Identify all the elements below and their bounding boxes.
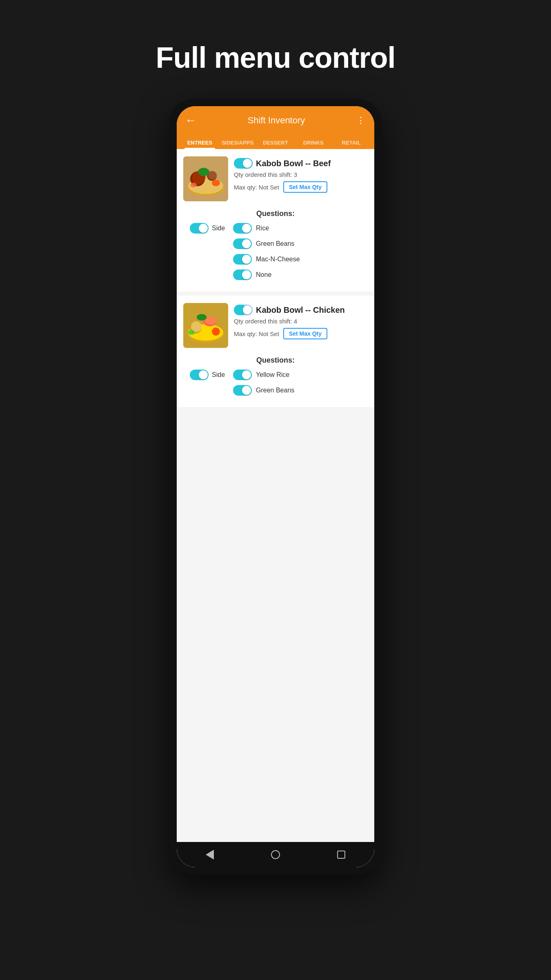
option-label-rice: Rice <box>256 225 269 232</box>
options-col-chicken: Yellow Rice Green Beans <box>233 370 294 396</box>
home-circle-icon <box>271 850 280 859</box>
questions-section-chicken: Questions: Side Yellow Rice <box>183 352 368 400</box>
option-label-none: None <box>256 271 271 278</box>
questions-columns-chicken: Side Yellow Rice Green Beans <box>190 370 361 396</box>
qty-ordered-chicken: Qty ordered this shift: 4 <box>234 318 368 325</box>
menu-item-image-chicken <box>183 303 228 348</box>
option-toggle-rice[interactable] <box>233 223 252 234</box>
side-label-beef: Side <box>212 225 225 232</box>
menu-item-header: Kabob Bowl -- Beef Qty ordered this shif… <box>183 156 368 201</box>
option-row: Yellow Rice <box>233 370 294 380</box>
options-col-beef: Rice Green Beans Mac-N-Cheese <box>233 223 300 280</box>
item-name-chicken: Kabob Bowl -- Chicken <box>256 305 345 315</box>
side-toggle-col-chicken: Side <box>190 370 225 380</box>
option-row: None <box>233 270 300 280</box>
svg-point-6 <box>209 171 217 179</box>
food-image <box>183 156 228 201</box>
item-name-beef: Kabob Bowl -- Beef <box>256 158 331 168</box>
app-header: ← Shift Inventory ⋮ <box>177 106 374 135</box>
max-qty-label-chicken: Max qty: Not Set <box>234 330 279 337</box>
option-row: Rice <box>233 223 300 234</box>
tab-entrees[interactable]: ENTREES <box>181 135 219 149</box>
svg-point-9 <box>190 183 197 187</box>
tab-drinks[interactable]: DRINKS <box>294 135 332 149</box>
header-title: Shift Inventory <box>248 115 305 126</box>
tab-dessert[interactable]: DESSERT <box>257 135 295 149</box>
item-name-row-chicken: Kabob Bowl -- Chicken <box>234 305 368 315</box>
svg-point-19 <box>188 330 195 335</box>
tab-retail[interactable]: RETAIL <box>332 135 370 149</box>
svg-point-7 <box>198 168 209 176</box>
nav-back-button[interactable] <box>204 849 216 860</box>
svg-point-8 <box>212 180 220 186</box>
menu-item-header-chicken: Kabob Bowl -- Chicken Qty ordered this s… <box>183 303 368 348</box>
content-area: Kabob Bowl -- Beef Qty ordered this shif… <box>177 149 374 842</box>
max-qty-row-beef: Max qty: Not Set Set Max Qty <box>234 181 368 193</box>
svg-point-16 <box>205 316 216 325</box>
questions-title-beef: Questions: <box>190 209 361 218</box>
menu-item-info-chicken: Kabob Bowl -- Chicken Qty ordered this s… <box>234 303 368 341</box>
qty-ordered-beef: Qty ordered this shift: 3 <box>234 171 368 178</box>
option-label-greenbeans: Green Beans <box>256 240 294 247</box>
back-triangle-icon <box>206 850 214 860</box>
phone-shell: ← Shift Inventory ⋮ ENTREES SIDES/APPS D… <box>169 99 382 875</box>
svg-point-18 <box>197 314 207 321</box>
option-toggle-greenbeans[interactable] <box>233 238 252 249</box>
side-toggle-chicken[interactable] <box>190 370 209 380</box>
option-toggle-none[interactable] <box>233 270 252 280</box>
menu-item-card-chicken: Kabob Bowl -- Chicken Qty ordered this s… <box>177 296 374 407</box>
set-max-qty-button-chicken[interactable]: Set Max Qty <box>283 328 327 339</box>
questions-section-beef: Questions: Side Rice <box>183 205 368 284</box>
option-toggle-greenbeans-chicken[interactable] <box>233 385 252 396</box>
option-label-yellow-rice: Yellow Rice <box>256 371 289 379</box>
item-toggle-chicken[interactable] <box>234 305 253 315</box>
recents-square-icon <box>337 851 345 859</box>
menu-item-info: Kabob Bowl -- Beef Qty ordered this shif… <box>234 156 368 194</box>
page-title: Full menu control <box>156 41 395 74</box>
tab-bar: ENTREES SIDES/APPS DESSERT DRINKS RETAIL <box>177 135 374 149</box>
set-max-qty-button-beef[interactable]: Set Max Qty <box>283 181 327 193</box>
menu-item-card: Kabob Bowl -- Beef Qty ordered this shif… <box>177 149 374 292</box>
option-toggle-yellow-rice[interactable] <box>233 370 252 380</box>
questions-title-chicken: Questions: <box>190 356 361 365</box>
option-toggle-mac[interactable] <box>233 254 252 265</box>
option-row: Mac-N-Cheese <box>233 254 300 265</box>
side-label-chicken: Side <box>212 371 225 379</box>
max-qty-row-chicken: Max qty: Not Set Set Max Qty <box>234 328 368 339</box>
nav-recents-button[interactable] <box>335 849 347 860</box>
svg-point-17 <box>212 327 220 336</box>
questions-columns-beef: Side Rice Green Beans <box>190 223 361 280</box>
item-name-row: Kabob Bowl -- Beef <box>234 158 368 169</box>
menu-icon[interactable]: ⋮ <box>356 115 366 126</box>
max-qty-label-beef: Max qty: Not Set <box>234 184 279 191</box>
item-toggle-beef[interactable] <box>234 158 253 169</box>
option-label-mac: Mac-N-Cheese <box>256 256 300 263</box>
back-button[interactable]: ← <box>185 114 196 127</box>
menu-item-image-beef <box>183 156 228 201</box>
side-toggle-beef[interactable] <box>190 223 209 234</box>
tab-sides[interactable]: SIDES/APPS <box>219 135 257 149</box>
food-image-chicken <box>183 303 228 348</box>
option-row: Green Beans <box>233 238 300 249</box>
phone-screen: ← Shift Inventory ⋮ ENTREES SIDES/APPS D… <box>177 106 374 867</box>
nav-home-button[interactable] <box>270 849 281 860</box>
side-toggle-col-beef: Side <box>190 223 225 234</box>
phone-nav-bar <box>177 842 374 867</box>
option-label-greenbeans-chicken: Green Beans <box>256 387 294 394</box>
option-row: Green Beans <box>233 385 294 396</box>
